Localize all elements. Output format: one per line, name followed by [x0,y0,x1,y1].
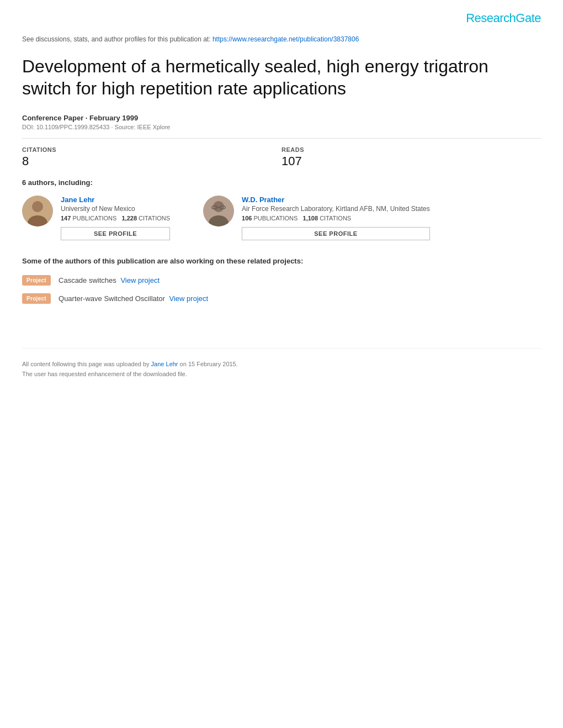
author-card-jane-lehr: Jane Lehr University of New Mexico 147 P… [22,196,170,240]
author-info-wd-prather: W.D. Prather Air Force Research Laborato… [242,196,430,240]
footer-line2: The user has requested enhancement of th… [22,370,541,379]
svg-point-4 [213,201,224,212]
logo: ResearchGate [22,11,541,25]
author-affiliation-wd-prather: Air Force Research Laboratory, Kirtland … [242,205,430,213]
project-item-cascade: Project Cascade switches View project [22,275,541,286]
footer-author-link[interactable]: Jane Lehr [151,361,178,367]
authors-heading: 6 authors, including: [22,178,541,187]
footer-line1: All content following this page was uplo… [22,360,541,370]
author-affiliation-jane-lehr: University of New Mexico [61,205,170,213]
project-badge-quarter-wave: Project [22,293,51,304]
publication-url[interactable]: https://www.researchgate.net/publication… [213,35,359,43]
citations-value: 8 [22,154,282,168]
project-text-cascade: Cascade switches View project [59,276,160,284]
author-card-wd-prather: W.D. Prather Air Force Research Laborato… [203,196,430,240]
author-stats-jane-lehr: 147 PUBLICATIONS 1,228 CITATIONS [61,215,170,221]
view-project-cascade[interactable]: View project [120,276,160,284]
authors-grid: Jane Lehr University of New Mexico 147 P… [22,196,541,240]
author-name-jane-lehr[interactable]: Jane Lehr [61,196,170,204]
see-profile-button-jane-lehr[interactable]: SEE PROFILE [61,227,170,240]
view-project-quarter-wave[interactable]: View project [169,294,209,303]
author-name-wd-prather[interactable]: W.D. Prather [242,196,430,204]
see-discussions-bar: See discussions, stats, and author profi… [22,35,541,43]
citations-label: CITATIONS [22,146,282,153]
stats-row: CITATIONS 8 READS 107 [22,146,541,168]
author-avatar-jane-lehr [22,196,53,226]
project-item-quarter-wave: Project Quarter-wave Switched Oscillator… [22,293,541,304]
author-info-jane-lehr: Jane Lehr University of New Mexico 147 P… [61,196,170,240]
reads-block: READS 107 [282,146,541,168]
author-avatar-wd-prather [203,196,234,226]
project-text-quarter-wave: Quarter-wave Switched Oscillator View pr… [59,294,208,303]
reads-label: READS [282,146,541,153]
see-profile-button-wd-prather[interactable]: SEE PROFILE [242,227,430,240]
project-badge-cascade: Project [22,275,51,286]
citations-block: CITATIONS 8 [22,146,282,168]
paper-title: Development of a hermetically sealed, hi… [22,55,519,99]
paper-doi-source: DOI: 10.1109/PPC.1999.825433 · Source: I… [22,124,541,130]
related-projects-heading: Some of the authors of this publication … [22,257,541,265]
paper-type-date: Conference Paper · February 1999 [22,114,541,122]
reads-value: 107 [282,154,541,168]
svg-point-1 [32,201,43,212]
paper-meta: Conference Paper · February 1999 DOI: 10… [22,114,541,130]
divider-1 [22,138,541,139]
see-discussions-text: See discussions, stats, and author profi… [22,35,211,43]
author-stats-wd-prather: 106 PUBLICATIONS 1,108 CITATIONS [242,215,430,221]
brand-name: ResearchGate [466,11,541,25]
footer: All content following this page was uplo… [22,348,541,379]
